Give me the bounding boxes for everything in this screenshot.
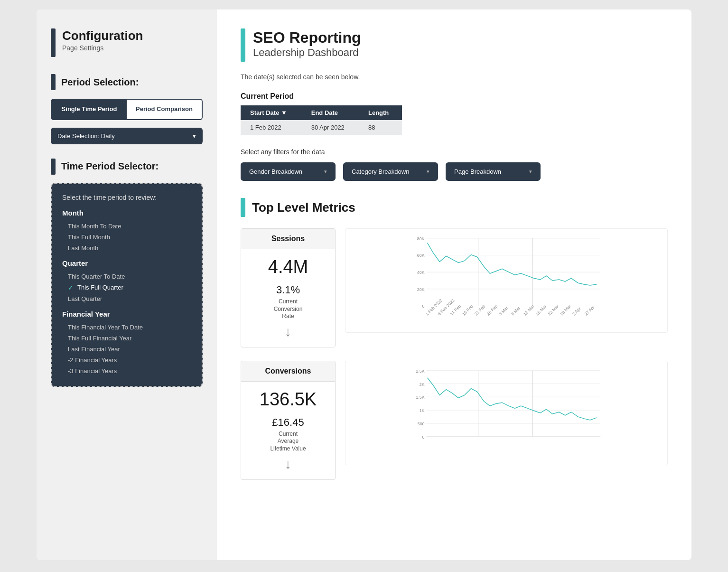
svg-text:8 Mar: 8 Mar <box>510 306 521 317</box>
tp-last-month[interactable]: Last Month <box>62 243 191 253</box>
category-breakdown-label: Category Breakdown <box>352 168 409 175</box>
sessions-card-header: Sessions <box>241 229 335 249</box>
page-title: SEO Reporting <box>253 28 361 47</box>
time-period-box: Select the time period to review: Month … <box>51 183 203 387</box>
svg-text:80K: 80K <box>417 236 425 241</box>
metrics-header: Top Level Metrics <box>241 198 668 217</box>
svg-text:1.5K: 1.5K <box>416 395 424 400</box>
period-selection-header: Period Selection: <box>51 74 203 90</box>
svg-text:2.5K: 2.5K <box>416 369 424 374</box>
checkmark-icon: ✓ <box>68 284 74 291</box>
config-bar-accent <box>51 28 56 57</box>
tp-group-month: Month <box>62 209 191 217</box>
page-header: SEO Reporting Leadership Dashboard <box>241 28 668 62</box>
tp-last-fy[interactable]: Last Financial Year <box>62 344 191 355</box>
sessions-secondary-label: CurrentConversionRate <box>249 298 327 320</box>
metrics-title: Top Level Metrics <box>252 200 355 215</box>
current-period-title: Current Period <box>241 92 668 101</box>
time-period-prompt: Select the time period to review: <box>62 194 191 201</box>
conversions-card-header: Conversions <box>241 361 335 382</box>
filters-title: Select any filters for the data <box>241 148 668 156</box>
page-subtitle: Leadership Dashboard <box>253 47 361 59</box>
svg-text:40K: 40K <box>417 270 425 275</box>
tp-this-quarter-to-date[interactable]: This Quarter To Date <box>62 271 191 282</box>
conversions-secondary-value: £16.45 <box>249 416 327 429</box>
svg-text:0: 0 <box>422 304 425 309</box>
col-header-end-date: End Date <box>302 105 359 120</box>
tp-minus-2-fy[interactable]: -2 Financial Years <box>62 355 191 366</box>
svg-text:2 Apr: 2 Apr <box>571 306 582 317</box>
period-toggle-group: Single Time Period Period Comparison <box>51 99 203 120</box>
sessions-card: Sessions 4.4M 3.1% CurrentConversionRate… <box>241 228 336 347</box>
period-table-row: 1 Feb 2022 30 Apr 2022 88 <box>241 120 402 135</box>
sessions-metrics-row: Sessions 4.4M 3.1% CurrentConversionRate… <box>241 228 668 347</box>
time-period-title: Time Period Selector: <box>61 161 159 172</box>
tp-group-quarter: Quarter <box>62 259 191 267</box>
svg-text:3 Mar: 3 Mar <box>498 306 509 317</box>
config-header: Configuration Page Settings <box>51 28 203 57</box>
category-breakdown-chevron: ▾ <box>427 169 429 175</box>
config-text: Configuration Page Settings <box>62 28 143 52</box>
sessions-value: 4.4M <box>249 257 327 277</box>
conversions-chart-svg: 2.5K 2K 1.5K 1K 500 0 <box>345 361 667 465</box>
sessions-chart: 80K 60K 40K 20K 0 1 Feb 2022 6 Feb 2022 … <box>345 228 668 333</box>
dropdown-chevron: ▾ <box>193 132 196 140</box>
time-period-section: Time Period Selector: Select the time pe… <box>51 159 203 387</box>
conversions-card: Conversions 136.5K £16.45 CurrentAverage… <box>241 361 336 480</box>
period-selection-title: Period Selection: <box>61 77 139 88</box>
config-title: Configuration <box>62 28 143 43</box>
main-content: SEO Reporting Leadership Dashboard The d… <box>217 9 691 560</box>
config-subtitle: Page Settings <box>62 44 143 52</box>
period-comparison-btn[interactable]: Period Comparison <box>127 100 202 119</box>
svg-text:2K: 2K <box>420 382 425 386</box>
tp-last-quarter[interactable]: Last Quarter <box>62 293 191 304</box>
page-breakdown-label: Page Breakdown <box>454 168 501 175</box>
svg-text:1K: 1K <box>420 408 425 413</box>
conversions-value: 136.5K <box>249 389 327 410</box>
app-container: Configuration Page Settings Period Selec… <box>37 9 691 560</box>
conversions-card-body: 136.5K £16.45 CurrentAverageLifetime Val… <box>241 382 335 479</box>
svg-text:500: 500 <box>418 422 425 426</box>
period-table: Start Date ▼ End Date Length 1 Feb 2022 … <box>241 105 402 135</box>
filters-row: Gender Breakdown ▾ Category Breakdown ▾ … <box>241 162 668 181</box>
conversions-arrow-icon: ↓ <box>249 457 327 472</box>
gender-breakdown-chevron: ▾ <box>324 169 327 175</box>
sessions-card-body: 4.4M 3.1% CurrentConversionRate ↓ <box>241 249 335 347</box>
sessions-chart-svg: 80K 60K 40K 20K 0 1 Feb 2022 6 Feb 2022 … <box>345 229 667 332</box>
date-selection-dropdown[interactable]: Date Selection: Daily ▾ <box>51 128 203 144</box>
gender-breakdown-dropdown[interactable]: Gender Breakdown ▾ <box>241 162 336 181</box>
cell-length: 88 <box>359 120 402 135</box>
svg-text:27 Apr: 27 Apr <box>584 304 596 316</box>
tp-minus-3-fy[interactable]: -3 Financial Years <box>62 366 191 376</box>
sessions-secondary-value: 3.1% <box>249 284 327 296</box>
tp-group-financial-year: Financial Year <box>62 310 191 318</box>
tp-this-full-quarter[interactable]: ✓ This Full Quarter <box>62 282 191 293</box>
cell-end-date: 30 Apr 2022 <box>302 120 359 135</box>
tp-this-full-fy[interactable]: This Full Financial Year <box>62 333 191 344</box>
svg-text:0: 0 <box>422 434 425 439</box>
page-title-block: SEO Reporting Leadership Dashboard <box>253 28 361 59</box>
col-header-start-date[interactable]: Start Date ▼ <box>241 105 302 120</box>
conversions-metrics-row: Conversions 136.5K £16.45 CurrentAverage… <box>241 361 668 480</box>
single-time-period-btn[interactable]: Single Time Period <box>52 100 127 119</box>
time-period-header: Time Period Selector: <box>51 159 203 175</box>
col-header-length: Length <box>359 105 402 120</box>
conversions-chart: 2.5K 2K 1.5K 1K 500 0 <box>345 361 668 465</box>
page-breakdown-dropdown[interactable]: Page Breakdown ▾ <box>446 162 541 181</box>
date-selection-label: Date Selection: Daily <box>57 132 115 140</box>
cell-start-date: 1 Feb 2022 <box>241 120 302 135</box>
page-breakdown-chevron: ▾ <box>529 169 532 175</box>
gender-breakdown-label: Gender Breakdown <box>249 168 302 175</box>
tp-this-full-month[interactable]: This Full Month <box>62 232 191 243</box>
time-period-bar <box>51 159 56 175</box>
teal-accent-bar <box>241 28 245 62</box>
metrics-teal-bar <box>241 198 245 217</box>
sidebar: Configuration Page Settings Period Selec… <box>37 9 217 560</box>
tp-this-month-to-date[interactable]: This Month To Date <box>62 221 191 232</box>
tp-this-fy-to-date[interactable]: This Financial Year To Date <box>62 322 191 333</box>
svg-text:20K: 20K <box>417 287 425 292</box>
category-breakdown-dropdown[interactable]: Category Breakdown ▾ <box>343 162 438 181</box>
svg-text:60K: 60K <box>417 253 425 258</box>
period-selection-section: Period Selection: Single Time Period Per… <box>51 74 203 144</box>
date-info: The date(s) selected can be seen below. <box>241 73 668 81</box>
